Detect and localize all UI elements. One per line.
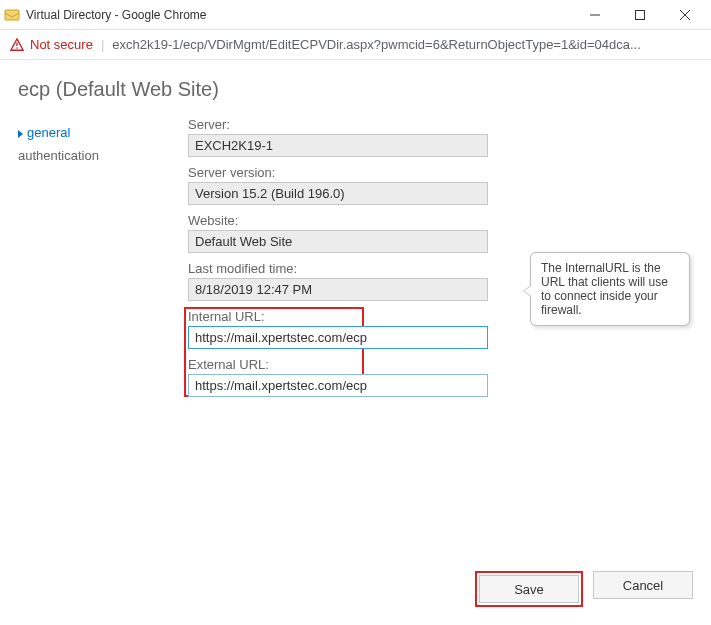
sidebar-item-authentication[interactable]: authentication — [18, 144, 188, 167]
divider: | — [101, 37, 104, 52]
svg-rect-2 — [635, 10, 644, 19]
window-titlebar: Virtual Directory - Google Chrome — [0, 0, 711, 30]
website-value: Default Web Site — [188, 230, 488, 253]
page-heading: ecp (Default Web Site) — [0, 60, 711, 111]
caret-right-icon — [18, 130, 23, 138]
sidebar-item-label: general — [27, 125, 70, 140]
save-highlight-box: Save — [475, 571, 583, 607]
sidebar-item-general[interactable]: general — [18, 121, 188, 144]
tooltip: The InternalURL is the URL that clients … — [530, 252, 690, 326]
insecure-label: Not secure — [30, 37, 93, 52]
tooltip-text: The InternalURL is the URL that clients … — [541, 261, 668, 317]
svg-rect-0 — [5, 10, 19, 20]
server-value: EXCH2K19-1 — [188, 134, 488, 157]
security-indicator[interactable]: Not secure — [10, 37, 93, 52]
internal-url-input[interactable] — [188, 326, 488, 349]
cancel-button[interactable]: Cancel — [593, 571, 693, 599]
sidebar: general authentication — [18, 111, 188, 405]
app-icon — [4, 7, 20, 23]
warning-icon — [10, 38, 24, 52]
address-bar: Not secure | exch2k19-1/ecp/VDirMgmt/Edi… — [0, 30, 711, 60]
button-row: Save Cancel — [475, 571, 693, 607]
window-title: Virtual Directory - Google Chrome — [26, 8, 572, 22]
website-label: Website: — [188, 213, 689, 228]
url-text[interactable]: exch2k19-1/ecp/VDirMgmt/EditECPVDir.aspx… — [112, 37, 701, 52]
minimize-button[interactable] — [572, 0, 617, 30]
sidebar-item-label: authentication — [18, 148, 99, 163]
version-value: Version 15.2 (Build 196.0) — [188, 182, 488, 205]
save-button[interactable]: Save — [479, 575, 579, 603]
close-button[interactable] — [662, 0, 707, 30]
external-url-input[interactable] — [188, 374, 488, 397]
external-url-label: External URL: — [188, 357, 494, 372]
maximize-button[interactable] — [617, 0, 662, 30]
modified-value: 8/18/2019 12:47 PM — [188, 278, 488, 301]
window-controls — [572, 0, 707, 30]
version-label: Server version: — [188, 165, 689, 180]
server-label: Server: — [188, 117, 689, 132]
svg-point-6 — [16, 47, 18, 49]
internal-url-label: Internal URL: — [188, 309, 494, 324]
